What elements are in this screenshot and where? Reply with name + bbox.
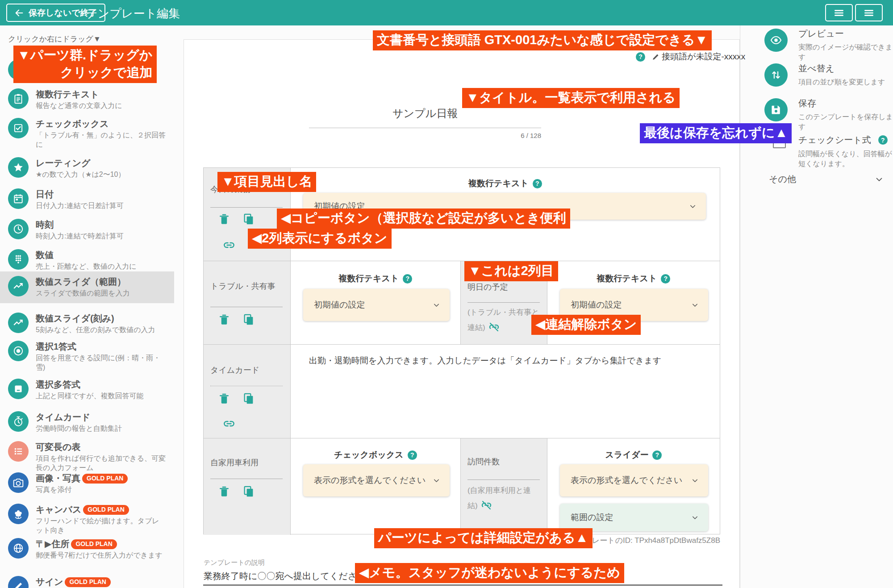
- help-icon[interactable]: ?: [403, 274, 412, 284]
- delete-icon[interactable]: [217, 392, 231, 405]
- save-tool[interactable]: 保存 このテンプレートを保存します: [798, 97, 893, 131]
- sidebar-item-8[interactable]: 数値スライダ(刻み)5刻みなど、任意の刻みで数値の入力: [0, 313, 174, 334]
- sidebar-item-13[interactable]: 画像・写真GOLD PLAN写真を添付: [0, 472, 174, 494]
- hamburger-icon: [863, 7, 875, 19]
- save-icon: [770, 104, 782, 116]
- clock-icon: [8, 219, 29, 239]
- gold-plan-badge: GOLD PLAN: [82, 474, 128, 484]
- tutorial-annotation-10: パーツによっては詳細設定がある▲: [374, 528, 593, 548]
- part-heading[interactable]: タイムカード: [210, 365, 259, 375]
- tutorial-annotation-1: ▼パーツ群.ドラッグか クリックで追加: [13, 46, 157, 83]
- other-section-toggle[interactable]: その他: [769, 173, 884, 185]
- help-icon[interactable]: ?: [878, 135, 888, 145]
- sidebar-item-desc: スライダで数値の範囲を入力: [36, 288, 166, 298]
- tutorial-annotation-2: 文書番号と接頭語 GTX-001みたいな感じで設定できる▼: [373, 30, 712, 50]
- copy-icon[interactable]: [242, 313, 255, 326]
- menu-button-2[interactable]: [855, 4, 883, 21]
- part-heading[interactable]: トラブル・共有事: [210, 281, 275, 292]
- eye-icon: [770, 34, 782, 46]
- save-button[interactable]: [764, 98, 788, 121]
- sidebar-item-label: 選択1答式: [36, 341, 166, 352]
- sidebar-item-3[interactable]: レーティング★の数で入力（★は2〜10）: [0, 157, 174, 179]
- calendar-icon: [8, 188, 29, 209]
- trending-icon: [8, 313, 29, 333]
- gold-plan-badge: GOLD PLAN: [65, 577, 110, 587]
- dropdown-field[interactable]: 初期値の設定: [303, 289, 450, 321]
- linked-part-heading[interactable]: 明日の予定: [467, 282, 508, 292]
- chevron-down-icon: [874, 175, 884, 184]
- sidebar-item-7[interactable]: 数値スライダ（範囲）スライダで数値の範囲を入力: [0, 271, 174, 303]
- sidebar-item-16[interactable]: サインGOLD PLAN: [0, 576, 174, 588]
- page-title: テンプレート編集: [86, 6, 180, 21]
- sidebar-item-label: 可変長の表: [36, 442, 166, 452]
- sidebar-item-desc: 売上・距離など、数値の入力に: [36, 262, 166, 271]
- help-icon[interactable]: ?: [652, 450, 662, 460]
- template-editor-app: 保存しないで終了 テンプレート編集 クリックか右にドラッグ▼ 複数行テキスト報告…: [0, 0, 893, 588]
- sidebar-item-label: チェックボックス: [36, 118, 166, 129]
- pen-icon: [8, 576, 29, 588]
- description-input[interactable]: 業務終了時に〇〇宛へ提出してください: [204, 570, 366, 582]
- copy-icon[interactable]: [242, 485, 255, 498]
- dialpad-icon: [8, 249, 29, 270]
- part-heading[interactable]: 自家用車利用: [210, 457, 259, 468]
- reorder-tool[interactable]: 並べ替え 項目の並び順を変更します: [798, 63, 893, 87]
- delete-icon[interactable]: [217, 485, 231, 498]
- help-icon[interactable]: ?: [533, 179, 542, 188]
- dropdown-field[interactable]: 表示の形式を選んでください: [560, 464, 708, 496]
- dropdown-field[interactable]: 表示の形式を選んでください: [303, 464, 450, 496]
- sidebar-item-5[interactable]: 時刻時刻入力:連結で時差計算可: [0, 219, 174, 241]
- linked-part-heading[interactable]: 訪問件数: [467, 456, 500, 467]
- sidebar-item-6[interactable]: 数値売上・距離など、数値の入力に: [0, 249, 174, 271]
- tutorial-annotation-3: ▼タイトル。一覧表示で利用される: [462, 88, 680, 108]
- list-icon: [8, 441, 29, 462]
- template-title-input[interactable]: サンプル日報: [309, 106, 541, 121]
- trending-icon: [8, 276, 29, 296]
- preview-button[interactable]: [764, 29, 788, 52]
- sidebar-item-label: 複数行テキスト: [36, 89, 166, 100]
- help-icon[interactable]: ?: [636, 52, 645, 62]
- sidebar-item-desc: フリーハンドで絵が描けます。タブレット向き: [36, 516, 166, 535]
- delete-icon[interactable]: [217, 313, 231, 326]
- part-row-timecard: タイムカード 出勤・退勤時間を入力できます。入力したデータは「タイムカード」タブ…: [204, 344, 720, 438]
- unlink-icon[interactable]: [480, 499, 492, 511]
- link-two-column-icon[interactable]: [222, 417, 236, 430]
- copy-icon[interactable]: [242, 392, 255, 405]
- sidebar-item-10[interactable]: 選択多答式上記と同様ですが、複数回答可能: [0, 379, 174, 400]
- checksheet-label: チェックシート式: [798, 134, 871, 146]
- widget-header: 複数行テキスト ?: [547, 273, 720, 284]
- sidebar-item-1[interactable]: 複数行テキスト報告など通常の文章入力に: [0, 88, 174, 110]
- menu-button-1[interactable]: [825, 4, 853, 21]
- squarecheck-icon: [8, 379, 29, 399]
- chevron-down-icon: [432, 301, 441, 309]
- radio-icon: [8, 341, 29, 361]
- delete-icon[interactable]: [217, 213, 231, 226]
- hamburger-icon: [833, 7, 845, 19]
- range-dropdown-field[interactable]: 範囲の設定: [560, 504, 708, 531]
- reorder-button[interactable]: [764, 63, 788, 87]
- chevron-down-icon: [691, 301, 699, 309]
- sidebar-item-2[interactable]: チェックボックス「トラブル有・無」のように、２択回答に: [0, 118, 174, 149]
- copy-icon[interactable]: [242, 213, 255, 226]
- sidebar-item-label: 時刻: [36, 219, 166, 230]
- help-icon[interactable]: ?: [408, 450, 417, 460]
- sidebar-item-desc: 上記と同様ですが、複数回答可能: [36, 391, 166, 400]
- sidebar-item-9[interactable]: 選択1答式回答を用意できる設問に(例：晴・雨・雪): [0, 341, 174, 372]
- sidebar-item-15[interactable]: 〒▶住所GOLD PLAN郵便番号7桁だけで住所入力ができます: [0, 538, 174, 560]
- sidebar-item-11[interactable]: タイムカード労働時間の報告と自動集計: [0, 411, 174, 433]
- sidebar-item-12[interactable]: 可変長の表項目を作れば何行でも追加できる、可変長の入力フォーム: [0, 441, 174, 472]
- sidebar-item-desc: 「トラブル有・無」のように、２択回答に: [36, 130, 166, 149]
- tutorial-annotation-9: ◀連結解除ボタン: [531, 315, 641, 335]
- sidebar-item-desc: 時刻入力:連結で時差計算可: [36, 231, 166, 241]
- pencil-icon: [651, 53, 660, 61]
- prefix-edit-button[interactable]: 接頭語が未設定-xxxxx: [651, 51, 745, 63]
- sidebar-item-label: キャンバスGOLD PLAN: [36, 504, 166, 515]
- unlink-icon[interactable]: [488, 321, 500, 333]
- sidebar-item-4[interactable]: 日付日付入力:連結で日差計算可: [0, 188, 174, 210]
- linked-column: 訪問件数 (自家用車利用と連結): [460, 438, 547, 535]
- gold-plan-badge: GOLD PLAN: [71, 539, 117, 549]
- link-two-column-icon[interactable]: [222, 238, 236, 252]
- tutorial-annotation-5: ▼項目見出し名: [217, 172, 316, 192]
- sidebar-item-14[interactable]: キャンバスGOLD PLANフリーハンドで絵が描けます。タブレット向き: [0, 504, 174, 535]
- preview-tool[interactable]: プレビュー 実際のイメージが確認できます: [798, 28, 893, 62]
- help-icon[interactable]: ?: [661, 274, 670, 284]
